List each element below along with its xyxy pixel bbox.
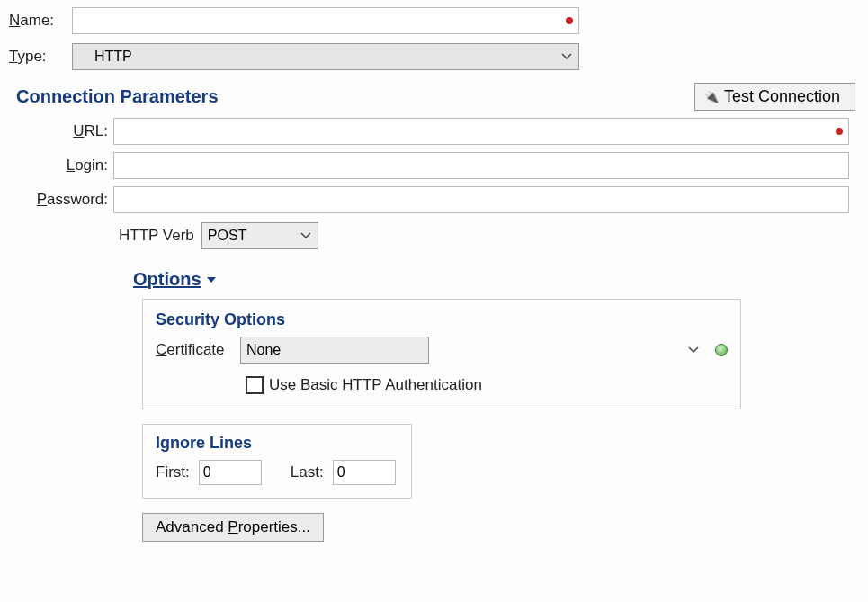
certificate-select[interactable]: [240, 337, 429, 364]
password-label: Password:: [13, 191, 113, 209]
type-row: Type: 🌐: [9, 43, 859, 70]
http-verb-select[interactable]: [201, 222, 318, 249]
password-input[interactable]: [113, 186, 849, 213]
basic-auth-label: Use Basic HTTP Authentication: [269, 376, 482, 394]
url-row: URL:: [13, 118, 859, 145]
type-label: Type:: [9, 48, 72, 66]
login-input[interactable]: [113, 152, 849, 179]
url-label: URL:: [13, 122, 113, 140]
ignore-last-label: Last:: [291, 463, 324, 481]
connection-params-header: Connection Parameters 🔌 Test Connection: [9, 83, 859, 111]
login-row: Login:: [13, 152, 859, 179]
chevron-down-icon: [688, 346, 699, 354]
test-connection-button[interactable]: 🔌 Test Connection: [694, 83, 855, 111]
name-row: Name:: [9, 7, 859, 34]
options-label: Options: [133, 269, 201, 290]
url-input[interactable]: [113, 118, 849, 145]
ignore-lines-group: Ignore Lines First: Last:: [142, 424, 412, 499]
security-options-heading: Security Options: [156, 310, 728, 329]
ignore-lines-heading: Ignore Lines: [156, 434, 398, 453]
caret-down-icon: [207, 277, 216, 283]
connection-params-title: Connection Parameters: [16, 86, 219, 107]
security-options-group: Security Options Certificate Use Basic H…: [142, 299, 741, 409]
test-connection-label: Test Connection: [724, 87, 840, 106]
ignore-first-label: First:: [156, 463, 190, 481]
password-row: Password:: [13, 186, 859, 213]
name-label: Name:: [9, 12, 72, 30]
required-icon: [566, 17, 573, 24]
http-verb-row: HTTP Verb: [13, 222, 859, 249]
options-toggle[interactable]: Options: [133, 269, 216, 290]
type-select[interactable]: [72, 43, 579, 70]
http-verb-label: HTTP Verb: [119, 227, 194, 245]
advanced-properties-button[interactable]: Advanced Properties...: [142, 513, 324, 542]
name-input[interactable]: [72, 7, 579, 34]
login-label: Login:: [13, 157, 113, 175]
basic-auth-checkbox[interactable]: [246, 376, 264, 394]
required-icon: [836, 128, 843, 135]
ignore-first-input[interactable]: [199, 460, 262, 485]
certificate-label: Certificate: [156, 341, 235, 359]
basic-auth-row: Use Basic HTTP Authentication: [246, 376, 728, 394]
test-connection-icon: 🔌: [704, 90, 719, 103]
connection-params-block: URL: Login: Password: HTTP Verb Options …: [9, 118, 859, 542]
refresh-icon[interactable]: [715, 344, 728, 356]
ignore-last-input[interactable]: [333, 460, 396, 485]
certificate-row: Certificate: [156, 337, 728, 364]
